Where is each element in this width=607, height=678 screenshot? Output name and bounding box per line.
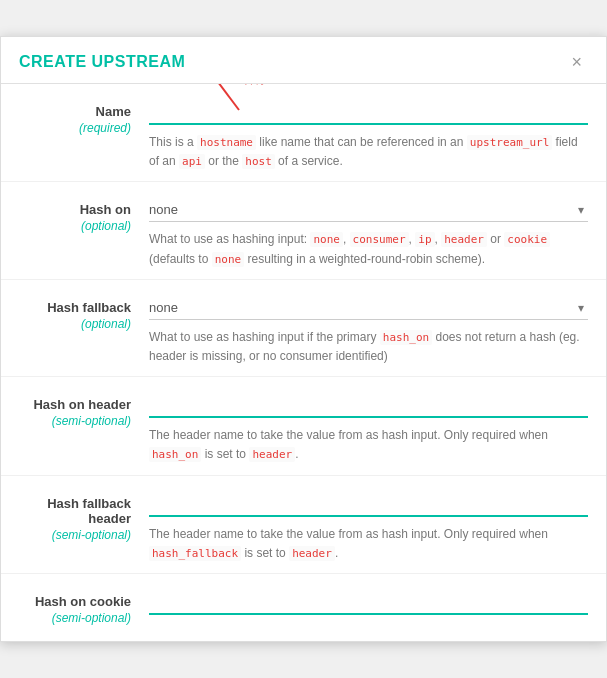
hash-on-select[interactable]: none consumer ip header cookie — [149, 198, 588, 222]
code-header-2: header — [249, 447, 295, 462]
hash-fallback-header-input[interactable] — [149, 492, 588, 517]
hash-fallback-optional: (optional) — [19, 317, 131, 331]
hash-fallback-header-content-col: The header name to take the value from a… — [149, 492, 588, 563]
hash-fallback-label: Hash fallback — [19, 300, 131, 315]
hash-on-cookie-semi-optional: (semi-optional) — [19, 611, 131, 625]
hash-on-optional: (optional) — [19, 219, 131, 233]
hash-on-header-description: The header name to take the value from a… — [149, 426, 588, 464]
name-required: (required) — [19, 121, 131, 135]
hash-fallback-header-field-row: Hash fallbackheader (semi-optional) The … — [1, 476, 606, 574]
name-description: This is a hostname like name that can be… — [149, 133, 588, 171]
code-hash-on: hash_on — [380, 330, 432, 345]
code-api: api — [179, 154, 205, 169]
code-upstream-url: upstream_url — [467, 135, 552, 150]
hash-on-field-row: Hash on (optional) none consumer ip head… — [1, 182, 606, 279]
hash-on-header-semi-optional: (semi-optional) — [19, 414, 131, 428]
close-button[interactable]: × — [565, 51, 588, 73]
hash-fallback-header-label-col: Hash fallbackheader (semi-optional) — [19, 492, 149, 542]
code-ip: ip — [415, 232, 434, 247]
name-input[interactable] — [149, 100, 588, 125]
hash-on-label-col: Hash on (optional) — [19, 198, 149, 233]
hash-fallback-header-semi-optional: (semi-optional) — [19, 528, 131, 542]
dialog-header: CREATE UPSTREAM × — [1, 37, 606, 84]
code-header-3: header — [289, 546, 335, 561]
name-content-col: 名称 This is a hostname like name that can… — [149, 100, 588, 171]
hash-fallback-header-label: Hash fallbackheader — [19, 496, 131, 526]
code-host: host — [242, 154, 275, 169]
create-upstream-dialog: CREATE UPSTREAM × Name (required) 名称 — [0, 36, 607, 642]
code-consumer: consumer — [350, 232, 409, 247]
hash-on-header-content-col: The header name to take the value from a… — [149, 393, 588, 464]
annotation-label: 名称 — [241, 84, 267, 88]
hash-fallback-field-row: Hash fallback (optional) none consumer i… — [1, 280, 606, 377]
hash-fallback-content-col: none consumer ip header cookie ▾ What to… — [149, 296, 588, 366]
hash-on-header-label: Hash on header — [19, 397, 131, 412]
hash-on-cookie-label-col: Hash on cookie (semi-optional) — [19, 590, 149, 625]
hash-on-header-input[interactable] — [149, 393, 588, 418]
hash-fallback-description: What to use as hashing input if the prim… — [149, 328, 588, 366]
hash-fallback-label-col: Hash fallback (optional) — [19, 296, 149, 331]
dialog-body: Name (required) 名称 This is a hostname li… — [1, 84, 606, 641]
name-field-row: Name (required) 名称 This is a hostname li… — [1, 84, 606, 182]
hash-on-header-field-row: Hash on header (semi-optional) The heade… — [1, 377, 606, 475]
hash-on-label: Hash on — [19, 202, 131, 217]
code-hash-on-2: hash_on — [149, 447, 201, 462]
hash-on-cookie-content-col — [149, 590, 588, 615]
code-hash-fallback: hash_fallback — [149, 546, 241, 561]
hash-on-description: What to use as hashing input: none, cons… — [149, 230, 588, 268]
hash-on-cookie-input[interactable] — [149, 590, 588, 615]
code-header-1: header — [441, 232, 487, 247]
hash-on-select-wrapper: none consumer ip header cookie ▾ — [149, 198, 588, 222]
hash-fallback-header-description: The header name to take the value from a… — [149, 525, 588, 563]
hash-on-cookie-field-row: Hash on cookie (semi-optional) — [1, 574, 606, 631]
hash-on-cookie-label: Hash on cookie — [19, 594, 131, 609]
code-cookie-1: cookie — [504, 232, 550, 247]
code-hostname: hostname — [197, 135, 256, 150]
code-none-2: none — [212, 252, 245, 267]
hash-on-header-label-col: Hash on header (semi-optional) — [19, 393, 149, 428]
name-label-col: Name (required) — [19, 100, 149, 135]
name-label: Name — [19, 104, 131, 119]
hash-fallback-select-wrapper: none consumer ip header cookie ▾ — [149, 296, 588, 320]
dialog-title: CREATE UPSTREAM — [19, 53, 185, 71]
hash-on-content-col: none consumer ip header cookie ▾ What to… — [149, 198, 588, 268]
hash-fallback-select[interactable]: none consumer ip header cookie — [149, 296, 588, 320]
code-none-1: none — [310, 232, 343, 247]
